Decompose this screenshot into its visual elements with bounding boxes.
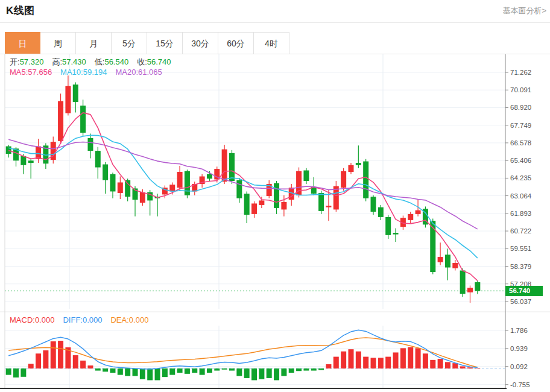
candle-body[interactable] [140,192,145,203]
macd-bar [125,368,130,376]
candle-body[interactable] [58,101,63,141]
tab-interval-3[interactable]: 月 [76,32,112,54]
macd-bar [73,355,78,368]
macd-bar [333,357,339,368]
candle-body[interactable] [348,165,353,172]
candle-body[interactable] [169,185,175,191]
candle-body[interactable] [363,162,368,198]
candle-body[interactable] [28,160,34,163]
candlestick-macd-chart[interactable]: 71.26270.09168.92067.74966.57865.40664.2… [0,54,550,391]
fundamental-analysis-link[interactable]: 基本面分析> [502,5,546,16]
candle-body[interactable] [236,180,242,198]
tab-interval-8[interactable]: 4时 [254,32,289,54]
candle-body[interactable] [416,210,421,214]
diff-line [8,330,478,369]
macd-bar [341,352,346,368]
macd-bar [430,360,435,368]
candle-body[interactable] [95,151,101,167]
macd-bar [244,368,250,378]
y-axis-label: 67.749 [510,122,531,129]
candle-body[interactable] [274,183,279,208]
macd-bar [267,368,272,378]
macd-bar [400,348,406,368]
candle-body[interactable] [475,282,480,291]
candle-body[interactable] [118,182,123,192]
candle-body[interactable] [177,172,183,188]
tab-interval-4[interactable]: 5分 [112,32,147,54]
chart-area: 71.26270.09168.92067.74966.57865.40664.2… [0,54,550,391]
candle-body[interactable] [103,165,108,180]
ma-line-ma10 [8,135,478,258]
candle-body[interactable] [281,202,286,209]
y-axis-label: 68.920 [510,104,531,111]
tab-interval-2[interactable]: 周 [40,32,76,54]
candle-body[interactable] [65,86,71,113]
current-price-badge-label: 56.740 [509,287,530,294]
macd-bar [475,368,480,368]
candle-body[interactable] [460,271,466,294]
candle-body[interactable] [445,254,450,267]
macd-bar [192,368,197,373]
candle-body[interactable] [80,106,86,133]
candle-body[interactable] [438,257,443,262]
candle-body[interactable] [303,171,309,181]
macd-bar [118,368,123,375]
tab-interval-7[interactable]: 60分 [218,32,254,54]
candle-body[interactable] [452,263,458,268]
candle-body[interactable] [125,180,130,197]
candle-body[interactable] [356,163,361,165]
macd-bar [259,368,264,379]
y-axis-label: 59.551 [510,245,531,252]
macd-bar [378,358,384,368]
macd-bar [229,368,235,371]
macd-bar [423,353,428,368]
macd-bar [87,365,93,368]
candle-body[interactable] [222,150,227,182]
ma-line-ma20 [8,139,478,229]
macd-axis-label: 1.786 [510,327,528,334]
candle-body[interactable] [251,203,257,213]
page-title: K线图 [6,4,35,17]
macd-bar [207,368,212,373]
candle-body[interactable] [318,193,324,211]
candle-body[interactable] [326,206,331,207]
macd-bar [363,357,368,368]
title-separator [0,22,550,23]
candle-body[interactable] [6,147,11,154]
candle-body[interactable] [229,153,235,181]
candle-body[interactable] [36,147,41,159]
macd-bar [103,368,108,371]
candle-body[interactable] [87,138,93,151]
candle-body[interactable] [385,217,391,235]
candle-body[interactable] [244,194,250,215]
candle-body[interactable] [408,214,413,220]
candle-body[interactable] [341,171,346,188]
macd-bar [162,368,168,377]
macd-bar [214,368,220,371]
candle-body[interactable] [21,156,26,165]
macd-bar [110,368,115,373]
macd-bar [251,368,257,380]
macd-bar [169,368,175,375]
candle-body[interactable] [378,207,384,217]
candle-body[interactable] [467,288,473,292]
candles-group [6,75,481,303]
macd-bar [236,368,242,376]
candle-body[interactable] [393,233,399,234]
macd-axis-label: 0.939 [510,345,528,352]
macd-bar [177,368,183,373]
macd-bar [296,368,302,371]
candle-body[interactable] [110,174,115,192]
tab-interval-6[interactable]: 30分 [183,32,218,54]
candle-body[interactable] [430,221,435,272]
tab-interval-1[interactable]: 日 [5,32,40,54]
candle-body[interactable] [259,200,264,204]
macd-bar [303,368,309,371]
candle-body[interactable] [185,171,190,195]
candle-body[interactable] [73,84,78,102]
tab-interval-5[interactable]: 15分 [147,32,183,54]
candle-body[interactable] [371,197,376,212]
candle-body[interactable] [207,174,212,179]
macd-bar [385,357,391,368]
macd-bar [80,361,86,368]
